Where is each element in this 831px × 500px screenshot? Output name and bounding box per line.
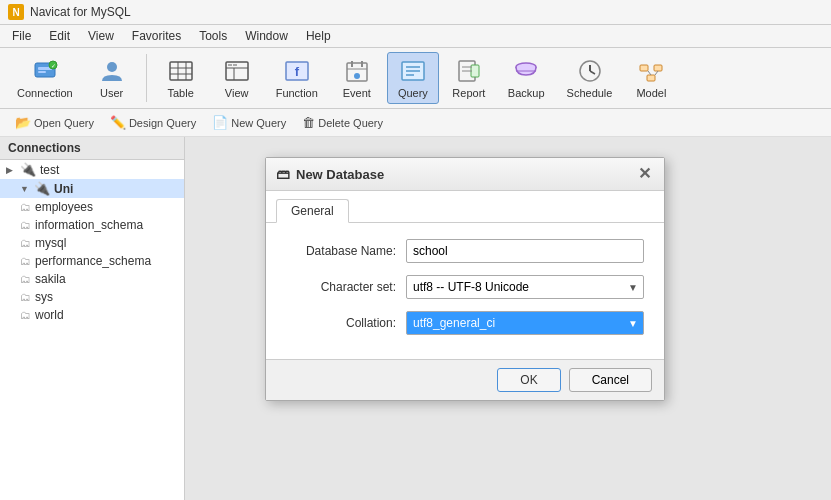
conn-uni-icon: 🔌 <box>34 181 50 196</box>
svg-rect-2 <box>38 71 46 73</box>
backup-label: Backup <box>508 87 545 99</box>
dialog-title-icon: 🗃 <box>276 166 290 182</box>
db-mysql-label: mysql <box>35 236 66 250</box>
db-world-label: world <box>35 308 64 322</box>
db-name-input[interactable] <box>406 239 644 263</box>
db-employees-icon: 🗂 <box>20 201 31 213</box>
new-query-button[interactable]: 📄 New Query <box>205 112 293 133</box>
sidebar-item-performance-schema[interactable]: 🗂 performance_schema <box>0 252 184 270</box>
db-info-icon: 🗂 <box>20 219 31 231</box>
menu-view[interactable]: View <box>80 27 122 45</box>
open-query-icon: 📂 <box>15 115 31 130</box>
sidebar-item-employees[interactable]: 🗂 employees <box>0 198 184 216</box>
svg-rect-37 <box>654 65 662 71</box>
svg-rect-28 <box>471 65 479 77</box>
toolbar-connection[interactable]: ✓ Connection <box>8 52 82 104</box>
table-icon <box>167 57 195 85</box>
toolbar-function[interactable]: f Function <box>267 52 327 104</box>
cancel-button[interactable]: Cancel <box>569 368 652 392</box>
charset-select[interactable]: utf8 -- UTF-8 Unicode utf8mb4 -- UTF-8 U… <box>406 275 644 299</box>
design-query-button[interactable]: ✏️ Design Query <box>103 112 203 133</box>
function-icon: f <box>283 57 311 85</box>
dialog-close-button[interactable]: ✕ <box>634 164 654 184</box>
new-database-dialog: 🗃 New Database ✕ General Database Name: … <box>265 157 665 401</box>
view-label: View <box>225 87 249 99</box>
svg-rect-6 <box>170 62 192 80</box>
sidebar-item-sys[interactable]: 🗂 sys <box>0 288 184 306</box>
model-label: Model <box>636 87 666 99</box>
sidebar-item-information-schema[interactable]: 🗂 information_schema <box>0 216 184 234</box>
db-perf-label: performance_schema <box>35 254 151 268</box>
sidebar-item-mysql[interactable]: 🗂 mysql <box>0 234 184 252</box>
svg-line-39 <box>648 71 651 75</box>
toggle-uni: ▼ <box>20 184 30 194</box>
table-label: Table <box>168 87 194 99</box>
svg-rect-15 <box>233 64 237 66</box>
db-sys-label: sys <box>35 290 53 304</box>
function-label: Function <box>276 87 318 99</box>
menu-window[interactable]: Window <box>237 27 296 45</box>
conn-test-icon: 🔌 <box>20 162 36 177</box>
sidebar: Connections ▶ 🔌 test ▼ 🔌 Uni 🗂 employees… <box>0 137 185 500</box>
connection-label: Connection <box>17 87 73 99</box>
delete-query-label: Delete Query <box>318 117 383 129</box>
report-label: Report <box>452 87 485 99</box>
open-query-button[interactable]: 📂 Open Query <box>8 112 101 133</box>
dialog-title-left: 🗃 New Database <box>276 166 384 182</box>
db-employees-label: employees <box>35 200 93 214</box>
collation-label: Collation: <box>286 316 396 330</box>
dialog-footer: OK Cancel <box>266 359 664 400</box>
app-icon: N <box>8 4 24 20</box>
sidebar-item-test[interactable]: ▶ 🔌 test <box>0 160 184 179</box>
conn-uni-label: Uni <box>54 182 73 196</box>
dialog-tabs: General <box>266 191 664 223</box>
open-query-label: Open Query <box>34 117 94 129</box>
user-icon <box>98 57 126 85</box>
menu-favorites[interactable]: Favorites <box>124 27 189 45</box>
conn-test-label: test <box>40 163 59 177</box>
event-icon <box>343 57 371 85</box>
toolbar-report[interactable]: Report <box>443 52 495 104</box>
main-layout: Connections ▶ 🔌 test ▼ 🔌 Uni 🗂 employees… <box>0 137 831 500</box>
dialog-body: Database Name: Character set: utf8 -- UT… <box>266 223 664 359</box>
design-query-icon: ✏️ <box>110 115 126 130</box>
toolbar-model[interactable]: Model <box>625 52 677 104</box>
sidebar-item-uni[interactable]: ▼ 🔌 Uni <box>0 179 184 198</box>
report-icon <box>455 57 483 85</box>
dialog-titlebar: 🗃 New Database ✕ <box>266 158 664 191</box>
db-world-icon: 🗂 <box>20 309 31 321</box>
toolbar-backup[interactable]: Backup <box>499 52 554 104</box>
content-area: 🗃 New Database ✕ General Database Name: … <box>185 137 831 500</box>
svg-rect-36 <box>640 65 648 71</box>
ok-button[interactable]: OK <box>497 368 560 392</box>
svg-point-22 <box>354 73 360 79</box>
menu-help[interactable]: Help <box>298 27 339 45</box>
sidebar-item-sakila[interactable]: 🗂 sakila <box>0 270 184 288</box>
view-icon <box>223 57 251 85</box>
toggle-test: ▶ <box>6 165 16 175</box>
app-title: Navicat for MySQL <box>30 5 131 19</box>
toolbar-query[interactable]: Query <box>387 52 439 104</box>
menu-edit[interactable]: Edit <box>41 27 78 45</box>
toolbar-schedule[interactable]: Schedule <box>558 52 622 104</box>
backup-icon <box>512 57 540 85</box>
toolbar-event[interactable]: Event <box>331 52 383 104</box>
db-sakila-icon: 🗂 <box>20 273 31 285</box>
db-info-label: information_schema <box>35 218 143 232</box>
toolbar-table[interactable]: Table <box>155 52 207 104</box>
query-label: Query <box>398 87 428 99</box>
title-bar: N Navicat for MySQL <box>0 0 831 25</box>
menu-tools[interactable]: Tools <box>191 27 235 45</box>
sidebar-item-world[interactable]: 🗂 world <box>0 306 184 324</box>
dialog-tab-general[interactable]: General <box>276 199 349 223</box>
user-label: User <box>100 87 123 99</box>
svg-text:f: f <box>295 64 300 79</box>
dialog-title: New Database <box>296 167 384 182</box>
charset-label: Character set: <box>286 280 396 294</box>
delete-query-button[interactable]: 🗑 Delete Query <box>295 112 390 133</box>
svg-text:✓: ✓ <box>50 63 55 69</box>
toolbar-view[interactable]: View <box>211 52 263 104</box>
collation-select[interactable]: utf8_general_ci utf8_unicode_ci utf8_bin <box>406 311 644 335</box>
menu-file[interactable]: File <box>4 27 39 45</box>
toolbar-user[interactable]: User <box>86 52 138 104</box>
